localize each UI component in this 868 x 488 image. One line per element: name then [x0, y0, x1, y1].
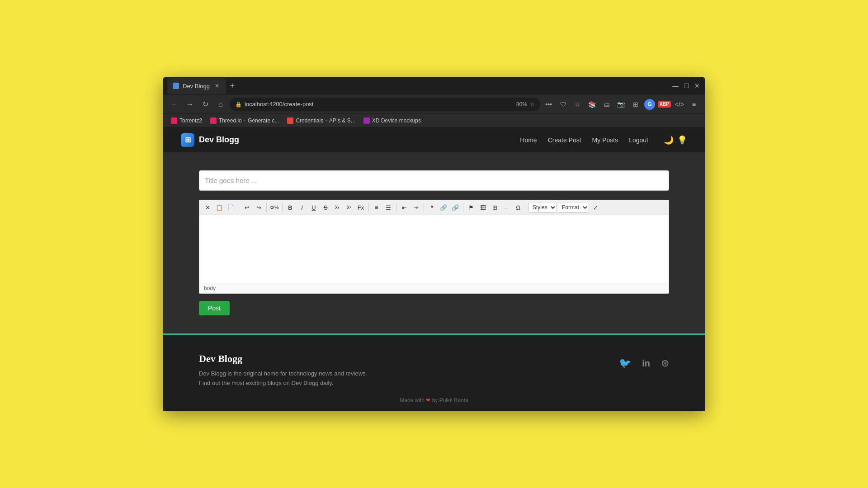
- footer-desc-line2: Find out the most exciting blogs on Dev …: [199, 379, 367, 388]
- theme-toggle: 🌙 💡: [664, 135, 687, 145]
- paste-button[interactable]: 📄: [226, 202, 236, 213]
- copy-button[interactable]: 📋: [214, 202, 225, 213]
- bookmark-label: Credentials – APIs & S...: [296, 117, 355, 124]
- image-button[interactable]: 🖼: [477, 202, 488, 213]
- ordered-list-button[interactable]: ≡: [371, 202, 382, 213]
- find-replace-button[interactable]: ⚙%: [269, 202, 280, 213]
- format-dropdown[interactable]: Format: [558, 202, 589, 213]
- divider: [239, 203, 239, 212]
- refresh-button[interactable]: ↻: [199, 98, 212, 111]
- adblock-badge[interactable]: ABP: [658, 101, 671, 108]
- twitter-icon[interactable]: 🐦: [619, 357, 631, 369]
- bookmark-label: XD Device mockups: [372, 117, 421, 124]
- linkedin-icon[interactable]: in: [642, 358, 650, 369]
- clear-button[interactable]: ✕: [202, 202, 213, 213]
- site-logo-text: Dev Blogg: [199, 135, 239, 145]
- active-tab[interactable]: Dev Blogg ✕: [167, 78, 226, 94]
- italic-button[interactable]: I: [297, 202, 307, 213]
- bookmark-torrentz2[interactable]: Torrentz2: [167, 116, 206, 125]
- hr-button[interactable]: —: [501, 202, 512, 213]
- more-tools-button[interactable]: •••: [543, 99, 555, 110]
- bookmark-favicon: [171, 117, 177, 124]
- post-title-input[interactable]: [199, 170, 669, 191]
- back-button[interactable]: ←: [168, 98, 181, 111]
- outdent-button[interactable]: ⇤: [399, 202, 410, 213]
- bookmark-label: Threed.io – Generate c...: [219, 117, 279, 124]
- clear-format-button[interactable]: Fx: [355, 202, 366, 213]
- styles-dropdown[interactable]: Styles: [528, 202, 557, 213]
- close-button[interactable]: ✕: [693, 82, 701, 89]
- forward-button[interactable]: →: [184, 98, 196, 111]
- footer-content: Dev Blogg Dev Blogg is the original home…: [199, 353, 669, 388]
- window-controls: — ☐ ✕: [672, 82, 701, 89]
- home-button[interactable]: ⌂: [214, 98, 227, 111]
- bookmark-device-mockups[interactable]: XD Device mockups: [360, 116, 425, 125]
- fullscreen-button[interactable]: ⤢: [590, 202, 601, 213]
- site-logo: ⊞ Dev Blogg: [181, 133, 239, 147]
- bookmark-threed[interactable]: Threed.io – Generate c...: [207, 116, 283, 125]
- superscript-button[interactable]: X²: [344, 202, 354, 213]
- page-content[interactable]: ⊞ Dev Blogg Home Create Post My Posts Lo…: [163, 127, 705, 411]
- strikethrough-button[interactable]: S: [320, 202, 331, 213]
- bookmark-credentials[interactable]: Credentials – APIs & S...: [283, 116, 359, 125]
- pocket-icon[interactable]: 🛡: [557, 99, 569, 110]
- divider: [266, 203, 267, 212]
- synced-tabs-icon[interactable]: 🗂: [601, 99, 613, 110]
- dev-tools-icon[interactable]: </>: [674, 99, 685, 110]
- bold-button[interactable]: B: [285, 202, 296, 213]
- nav-create-post[interactable]: Create Post: [548, 136, 581, 144]
- site-footer: Dev Blogg Dev Blogg is the original home…: [163, 333, 705, 411]
- bookmarks-bar: Torrentz2 Threed.io – Generate c... Cred…: [163, 114, 705, 127]
- editor-toolbar: ✕ 📋 📄 ↩ ↪ ⚙% B I U S X₂ X² Fx: [199, 200, 669, 215]
- editor-body[interactable]: [199, 215, 669, 283]
- site-nav-links: Home Create Post My Posts Logout 🌙 💡: [520, 135, 687, 145]
- indent-button[interactable]: ⇥: [410, 202, 421, 213]
- site-nav: ⊞ Dev Blogg Home Create Post My Posts Lo…: [163, 127, 705, 152]
- address-bar[interactable]: 🔒 localhost:4200/create-post 80% ☆: [230, 98, 540, 111]
- post-button[interactable]: Post: [199, 301, 230, 315]
- nav-my-posts[interactable]: My Posts: [592, 136, 618, 144]
- nav-home[interactable]: Home: [520, 136, 537, 144]
- tab-favicon: [173, 83, 179, 89]
- redo-button[interactable]: ↪: [253, 202, 264, 213]
- minimize-button[interactable]: —: [672, 82, 679, 89]
- flag-button[interactable]: ⚑: [466, 202, 476, 213]
- unordered-list-button[interactable]: ☰: [383, 202, 394, 213]
- address-bar-icons: ☆: [530, 101, 535, 108]
- logo-icon: ⊞: [181, 133, 194, 147]
- underline-button[interactable]: U: [308, 202, 319, 213]
- maximize-button[interactable]: ☐: [683, 82, 690, 89]
- subscript-button[interactable]: X₂: [332, 202, 343, 213]
- table-button[interactable]: ⊞: [489, 202, 500, 213]
- bookmark-star-icon[interactable]: ☆: [530, 101, 535, 108]
- reading-list-icon[interactable]: ☆: [572, 99, 584, 110]
- nav-bar: ← → ↻ ⌂ 🔒 localhost:4200/create-post 80%…: [163, 95, 705, 114]
- tab-close-button[interactable]: ✕: [213, 82, 221, 89]
- editor-container: ✕ 📋 📄 ↩ ↪ ⚙% B I U S X₂ X² Fx: [199, 200, 669, 294]
- screenshot-icon[interactable]: 📷: [615, 99, 627, 110]
- blockquote-button[interactable]: ❝: [426, 202, 437, 213]
- github-icon[interactable]: ⊛: [661, 357, 669, 369]
- divider: [282, 203, 283, 212]
- menu-button[interactable]: ≡: [688, 99, 700, 110]
- profile-icon[interactable]: G: [644, 99, 655, 110]
- title-bar: Dev Blogg ✕ + — ☐ ✕: [163, 77, 705, 95]
- footer-bottom: Made with ❤ by Pulkit Banta: [199, 397, 669, 404]
- editor-statusbar: body: [199, 283, 669, 293]
- heart-icon: ❤: [426, 397, 430, 404]
- new-tab-button[interactable]: +: [226, 80, 239, 92]
- footer-title: Dev Blogg: [199, 353, 367, 365]
- library-icon[interactable]: 📚: [586, 99, 598, 110]
- divider: [526, 203, 526, 212]
- dark-mode-icon[interactable]: 🌙: [664, 135, 674, 145]
- divider: [463, 203, 463, 212]
- nav-logout[interactable]: Logout: [629, 136, 648, 144]
- light-mode-icon[interactable]: 💡: [677, 135, 687, 145]
- unlink-button[interactable]: 🔗̶: [450, 202, 461, 213]
- containers-icon[interactable]: ⊞: [630, 99, 642, 110]
- footer-desc-line1: Dev Blogg is the original home for techn…: [199, 369, 367, 379]
- link-button[interactable]: 🔗: [438, 202, 449, 213]
- symbol-button[interactable]: Ω: [513, 202, 524, 213]
- tab-title: Dev Blogg: [183, 83, 210, 89]
- undo-button[interactable]: ↩: [241, 202, 252, 213]
